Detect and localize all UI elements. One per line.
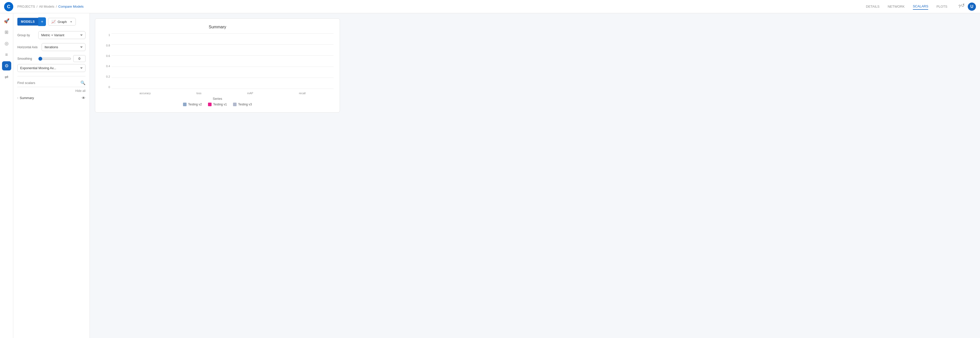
tab-scalars[interactable]: SCALARS xyxy=(913,3,928,10)
models-label: MODELS xyxy=(18,18,38,26)
y-label-08: 0.8 xyxy=(106,44,110,47)
sidebar-item-experiment[interactable]: ⚙ xyxy=(2,61,11,70)
legend-label-v2: Testing v2 xyxy=(188,103,202,106)
nav-tabs: DETAILS NETWORK SCALARS PLOTS xyxy=(866,3,947,10)
main-content: Summary 1 0.8 0.6 0.4 0.2 0 xyxy=(90,13,980,338)
breadcrumb-sep1: / xyxy=(37,5,38,8)
breadcrumb: PROJECTS / All Models / Compare Models xyxy=(18,5,84,8)
sidebar-item-rocket[interactable]: 🚀 xyxy=(2,16,11,26)
y-axis: 1 0.8 0.6 0.4 0.2 0 xyxy=(101,33,111,89)
legend-item-v3: Testing v3 xyxy=(233,103,252,106)
chart-title: Summary xyxy=(101,25,334,29)
x-label-loss: loss xyxy=(197,92,202,95)
smoothing-control: Smoothing Exponential Moving Av... Runni… xyxy=(18,55,86,72)
groupby-control: Group by Metric + Variant Metric Variant xyxy=(18,31,86,39)
breadcrumb-current: Compare Models xyxy=(59,5,84,8)
divider xyxy=(18,76,86,77)
sync-icon[interactable]: ↺ xyxy=(961,3,965,8)
search-scalars-row: 🔍 xyxy=(18,80,86,87)
legend-label-v3: Testing v3 xyxy=(238,103,252,106)
chevron-down-icon: ▼ xyxy=(70,21,73,23)
scalar-group-summary: › Summary 👁 xyxy=(18,95,86,101)
legend-color-v1 xyxy=(208,103,212,106)
groupby-select[interactable]: Metric + Variant Metric Variant xyxy=(38,31,86,39)
search-input[interactable] xyxy=(18,81,80,85)
top-nav: C PROJECTS / All Models / Compare Models… xyxy=(0,0,980,13)
x-labels: accuracy loss mAP recall xyxy=(111,92,334,95)
app-logo[interactable]: C xyxy=(4,2,13,11)
groupby-label: Group by xyxy=(18,33,34,37)
legend-item-v1: Testing v1 xyxy=(208,103,227,106)
sidebar-item-dashboard[interactable]: ⊞ xyxy=(2,27,11,37)
sidebar-item-layers[interactable]: ≡ xyxy=(2,50,11,59)
graph-view-button[interactable]: 📈 Graph ▼ xyxy=(48,18,76,26)
haxis-select[interactable]: Iterations Time Epoch xyxy=(41,43,86,51)
smoothing-value-input[interactable] xyxy=(73,55,86,62)
breadcrumb-all-models[interactable]: All Models xyxy=(39,5,54,8)
smoothing-method-select[interactable]: Exponential Moving Av... Running Average… xyxy=(18,64,86,72)
y-label-06: 0.6 xyxy=(106,54,110,57)
toolbar: MODELS + 📈 Graph ▼ xyxy=(18,18,86,26)
haxis-control: Horizontal Axis Iterations Time Epoch xyxy=(18,43,86,51)
breadcrumb-projects[interactable]: PROJECTS xyxy=(18,5,35,8)
legend-color-v3 xyxy=(233,103,237,106)
bars-area xyxy=(111,33,334,89)
chart-legend: Testing v2 Testing v1 Testing v3 xyxy=(101,103,334,106)
sidebar-item-tune[interactable]: ⇌ xyxy=(2,72,11,82)
graph-label: Graph xyxy=(58,20,67,24)
visibility-toggle[interactable]: 👁 xyxy=(82,96,86,100)
y-label-1: 1 xyxy=(108,33,110,37)
search-icon[interactable]: 🔍 xyxy=(80,80,86,85)
x-label-recall: recall xyxy=(299,92,305,95)
series-label: Series xyxy=(101,97,334,100)
y-label-04: 0.4 xyxy=(106,65,110,68)
hide-all-button[interactable]: Hide all xyxy=(18,89,86,92)
tab-network[interactable]: NETWORK xyxy=(888,3,904,10)
haxis-label: Horizontal Axis xyxy=(18,45,38,49)
control-panel: MODELS + 📈 Graph ▼ Group by Metric + Var… xyxy=(13,13,90,338)
graph-icon: 📈 xyxy=(51,20,56,24)
bar-chart-area: 1 0.8 0.6 0.4 0.2 0 xyxy=(101,33,334,95)
smoothing-label: Smoothing xyxy=(18,57,34,61)
left-sidebar: 🚀 ⊞ ◎ ≡ ⚙ ⇌ xyxy=(0,13,13,338)
x-label-map: mAP xyxy=(247,92,253,95)
summary-group-toggle[interactable]: › Summary xyxy=(18,96,34,100)
summary-group-label: Summary xyxy=(20,96,34,100)
chart-container: Summary 1 0.8 0.6 0.4 0.2 0 xyxy=(95,18,340,113)
smoothing-slider[interactable] xyxy=(38,57,71,61)
breadcrumb-sep2: / xyxy=(56,5,57,8)
y-label-02: 0.2 xyxy=(106,75,110,78)
x-label-accuracy: accuracy xyxy=(140,92,151,95)
nav-icons: ? U xyxy=(956,3,976,11)
sidebar-item-brain[interactable]: ◎ xyxy=(2,39,11,48)
chevron-right-icon: › xyxy=(18,97,18,99)
svg-text:C: C xyxy=(7,4,11,9)
models-button[interactable]: MODELS + xyxy=(18,18,46,26)
add-model-button[interactable]: + xyxy=(38,18,46,26)
user-avatar[interactable]: U xyxy=(968,3,976,11)
tab-details[interactable]: DETAILS xyxy=(866,3,880,10)
tab-plots[interactable]: PLOTS xyxy=(936,3,947,10)
legend-color-v2 xyxy=(183,103,186,106)
legend-label-v1: Testing v1 xyxy=(213,103,227,106)
y-label-0: 0 xyxy=(108,86,110,89)
legend-item-v2: Testing v2 xyxy=(183,103,202,106)
